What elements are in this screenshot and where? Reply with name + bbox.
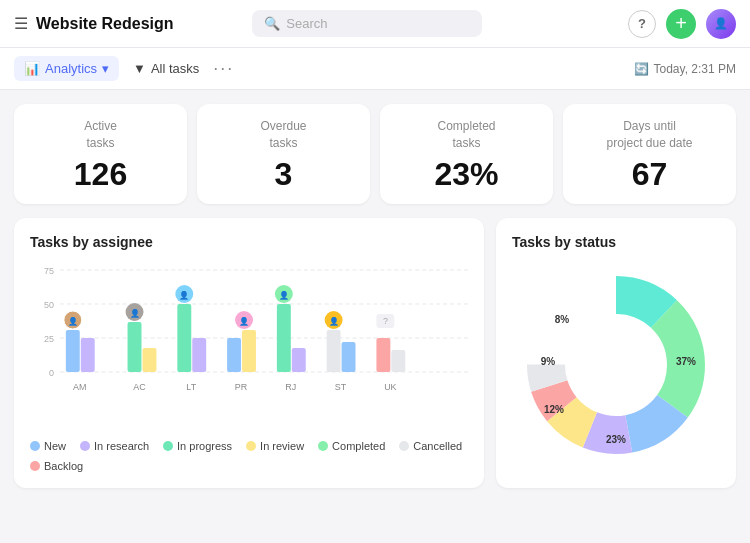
stat-completed-tasks: Completed tasks 23% (380, 104, 553, 204)
svg-text:👤: 👤 (239, 316, 249, 326)
svg-rect-12 (177, 304, 191, 372)
svg-text:0: 0 (49, 368, 54, 378)
stat-days-until: Days until project due date 67 (563, 104, 736, 204)
svg-text:9%: 9% (541, 356, 556, 367)
bar-chart-legends: New In research In progress In review Co… (30, 440, 468, 472)
legend-cancelled: Cancelled (399, 440, 462, 452)
svg-text:UK: UK (384, 382, 396, 392)
legend-review-label: In review (260, 440, 304, 452)
svg-rect-13 (192, 338, 206, 372)
svg-rect-17 (292, 348, 306, 372)
svg-text:AC: AC (133, 382, 146, 392)
legend-completed: Completed (318, 440, 385, 452)
legend-completed-dot (318, 441, 328, 451)
stat-overdue-value: 3 (213, 158, 354, 190)
search-bar[interactable]: 🔍 Search (252, 10, 482, 37)
svg-text:LT: LT (186, 382, 196, 392)
header-right: ? + 👤 (628, 9, 736, 39)
svg-text:PR: PR (235, 382, 248, 392)
legend-backlog: Backlog (30, 460, 83, 472)
svg-text:👤: 👤 (329, 316, 339, 326)
svg-rect-10 (128, 322, 142, 372)
svg-text:25: 25 (44, 334, 54, 344)
svg-text:37%: 37% (676, 356, 696, 367)
bar-chart-card: Tasks by assignee 75 50 25 0 (14, 218, 484, 488)
analytics-button[interactable]: 📊 Analytics ▾ (14, 56, 119, 81)
legend-cancelled-dot (399, 441, 409, 451)
svg-rect-11 (142, 348, 156, 372)
legend-backlog-label: Backlog (44, 460, 83, 472)
svg-text:12%: 12% (544, 404, 564, 415)
filter-button[interactable]: ▼ All tasks (133, 61, 199, 76)
svg-rect-8 (66, 330, 80, 372)
menu-icon[interactable]: ☰ (14, 14, 28, 33)
svg-text:RJ: RJ (285, 382, 296, 392)
top-header: ☰ Website Redesign 🔍 Search ? + 👤 (0, 0, 750, 48)
legend-cancelled-label: Cancelled (413, 440, 462, 452)
bar-chart-svg: 75 50 25 0 (30, 260, 468, 430)
svg-text:👤: 👤 (130, 308, 140, 318)
analytics-label: Analytics (45, 61, 97, 76)
charts-row: Tasks by assignee 75 50 25 0 (14, 218, 736, 488)
svg-point-51 (566, 315, 666, 415)
bar-chart-title: Tasks by assignee (30, 234, 468, 250)
stats-row: Active tasks 126 Overdue tasks 3 Complet… (14, 104, 736, 204)
donut-chart-svg: 37% 23% 12% 9% 8% (516, 265, 716, 465)
svg-rect-14 (227, 338, 241, 372)
filter-icon: ▼ (133, 61, 146, 76)
stat-days-label: Days until project due date (579, 118, 720, 152)
bar-chart-area: 75 50 25 0 (30, 260, 468, 430)
legend-progress-label: In progress (177, 440, 232, 452)
more-options-button[interactable]: ··· (213, 58, 234, 79)
legend-new-label: New (44, 440, 66, 452)
legend-progress-dot (163, 441, 173, 451)
project-title: Website Redesign (36, 15, 174, 33)
help-button[interactable]: ? (628, 10, 656, 38)
stat-overdue-label: Overdue tasks (213, 118, 354, 152)
svg-text:75: 75 (44, 266, 54, 276)
filter-label: All tasks (151, 61, 199, 76)
svg-rect-9 (81, 338, 95, 372)
stat-completed-value: 23% (396, 158, 537, 190)
header-left: ☰ Website Redesign (14, 14, 174, 33)
add-button[interactable]: + (666, 9, 696, 39)
stat-completed-label: Completed tasks (396, 118, 537, 152)
avatar[interactable]: 👤 (706, 9, 736, 39)
stat-active-value: 126 (30, 158, 171, 190)
analytics-icon: 📊 (24, 61, 40, 76)
stat-days-value: 67 (579, 158, 720, 190)
donut-chart-title: Tasks by status (512, 234, 720, 250)
legend-review-dot (246, 441, 256, 451)
legend-in-progress: In progress (163, 440, 232, 452)
svg-text:50: 50 (44, 300, 54, 310)
donut-chart-area: 37% 23% 12% 9% 8% (512, 260, 720, 470)
svg-text:?: ? (383, 316, 388, 326)
sync-time: Today, 2:31 PM (654, 62, 737, 76)
legend-research-label: In research (94, 440, 149, 452)
sub-header: 📊 Analytics ▾ ▼ All tasks ··· 🔄 Today, 2… (0, 48, 750, 90)
svg-rect-21 (391, 350, 405, 372)
search-placeholder: Search (286, 16, 327, 31)
svg-rect-16 (277, 304, 291, 372)
svg-text:8%: 8% (555, 314, 570, 325)
search-icon: 🔍 (264, 16, 280, 31)
legend-backlog-dot (30, 461, 40, 471)
svg-text:👤: 👤 (279, 290, 289, 300)
sync-info: 🔄 Today, 2:31 PM (634, 62, 737, 76)
legend-in-research: In research (80, 440, 149, 452)
svg-text:ST: ST (335, 382, 347, 392)
main-content: Active tasks 126 Overdue tasks 3 Complet… (0, 90, 750, 502)
legend-new: New (30, 440, 66, 452)
stat-overdue-tasks: Overdue tasks 3 (197, 104, 370, 204)
svg-text:AM: AM (73, 382, 86, 392)
sync-icon: 🔄 (634, 62, 649, 76)
svg-rect-18 (327, 330, 341, 372)
svg-text:👤: 👤 (68, 316, 78, 326)
svg-rect-19 (342, 342, 356, 372)
svg-text:23%: 23% (606, 434, 626, 445)
legend-research-dot (80, 441, 90, 451)
svg-rect-15 (242, 330, 256, 372)
donut-chart-card: Tasks by status (496, 218, 736, 488)
chevron-down-icon: ▾ (102, 61, 109, 76)
svg-rect-20 (376, 338, 390, 372)
